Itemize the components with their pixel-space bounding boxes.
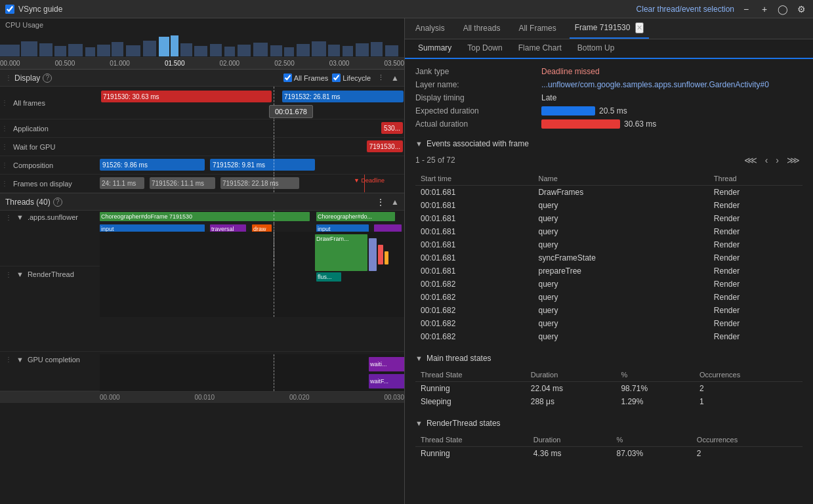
events-toggle[interactable]: ▼ [415, 140, 423, 148]
help-icon[interactable]: ? [43, 74, 52, 83]
render-states-title: RenderThread states [427, 419, 501, 428]
state-name: Running [415, 382, 526, 396]
tab-analysis[interactable]: Analysis [410, 20, 450, 38]
analysis-tabs: Analysis All threads All Frames Frame 71… [405, 18, 813, 39]
minimize-icon[interactable]: − [740, 3, 753, 16]
subtab-summary[interactable]: Summary [410, 39, 459, 59]
event-row[interactable]: 00:01.682queryRender [415, 317, 803, 330]
jank-type-value: Deadline missed [541, 67, 803, 76]
threads-help-icon[interactable]: ? [53, 198, 62, 207]
lifecycle-checkbox[interactable] [332, 74, 341, 82]
event-start: 00:01.682 [415, 330, 533, 343]
last-page-button[interactable]: ⋙ [784, 154, 803, 167]
cpu-chart [0, 30, 404, 56]
event-row[interactable]: 00:01.682queryRender [415, 291, 803, 304]
frame-bar-red[interactable]: 7191530: 30.63 ms [101, 91, 272, 102]
expected-duration-value: 20.5 ms [599, 106, 627, 116]
main-col-duration: Duration [526, 368, 616, 382]
chore-bar-2[interactable]: Choreographer#do... [316, 212, 395, 221]
sunflower-content[interactable]: Choreographer#doFrame 7191530 Choreograp… [100, 211, 404, 224]
event-row[interactable]: 00:01.681DrawFramesRender [415, 186, 803, 200]
tab-all-threads[interactable]: All threads [458, 20, 506, 38]
svg-rect-6 [97, 45, 110, 56]
actual-duration-value: 30.63 ms [624, 119, 656, 129]
event-row[interactable]: 00:01.682queryRender [415, 278, 803, 291]
collapse-threads-button[interactable]: ▲ [391, 196, 399, 209]
app-bar[interactable]: 530... [381, 122, 403, 134]
threads-menu-button[interactable]: ⋮ [374, 196, 387, 209]
event-row[interactable]: 00:01.681queryRender [415, 212, 803, 225]
main-states-toggle[interactable]: ▼ [415, 354, 423, 362]
ruler-bottom-1: 00.010 [194, 394, 215, 401]
gpu-label[interactable]: ⋮ ▼ GPU completion [0, 354, 100, 364]
drag-handle-sf: ⋮ [5, 214, 12, 221]
frame-bar-blue[interactable]: 7191532: 26.81 ms [282, 91, 404, 102]
lifecycle-text: Lifecycle [343, 74, 371, 82]
lifecycle-menu-button[interactable]: ⋮ [375, 74, 387, 82]
render-thread-states: ▼ RenderThread states Thread State Durat… [415, 419, 803, 460]
svg-rect-0 [0, 45, 20, 56]
sub-tabs: Summary Top Down Flame Chart Bottom Up [405, 39, 813, 59]
circle-icon[interactable]: ◯ [776, 3, 789, 16]
event-row[interactable]: 00:01.681queryRender [415, 199, 803, 212]
tab-close-button[interactable]: ✕ [635, 22, 644, 33]
comp-bar-2[interactable]: 7191528: 9.81 ms [210, 159, 315, 171]
tab-all-frames[interactable]: All Frames [513, 20, 561, 38]
subtab-bottomup[interactable]: Bottom Up [570, 39, 623, 59]
vsync-checkbox[interactable] [5, 5, 14, 14]
drag-handle[interactable]: ⋮ [5, 74, 12, 81]
waiti-bar[interactable]: waiti... [369, 357, 404, 371]
prev-page-button[interactable]: ‹ [762, 154, 771, 167]
waitf-bar[interactable]: waitF... [369, 374, 404, 388]
all-frames-checkbox[interactable] [283, 74, 292, 82]
collapse-display-button[interactable]: ▲ [391, 74, 399, 83]
threads-section: Threads (40) ? ⋮ ▲ ⋮ ▼ .apps.sunflower [0, 194, 404, 504]
gpu-content[interactable]: waiti... waitF... [100, 354, 404, 391]
frames-display-content[interactable]: 24: 11.1 ms 7191526: 11.1 ms 7191528: 22… [100, 175, 404, 192]
state-duration: 22.04 ms [526, 382, 616, 396]
composition-content[interactable]: 91526: 9.86 ms 7191528: 9.81 ms [100, 156, 404, 174]
frames-display-label: ⋮ Frames on display [0, 180, 100, 188]
expected-duration-label: Expected duration [415, 106, 533, 116]
clear-selection-button[interactable]: Clear thread/event selection [636, 5, 734, 14]
event-row[interactable]: 00:01.681queryRender [415, 238, 803, 251]
wait-gpu-bar[interactable]: 7191530... [367, 140, 403, 152]
ruler-bottom-2: 00.020 [289, 394, 310, 401]
tab-frame[interactable]: Frame 7191530 ✕ [570, 18, 649, 39]
event-row[interactable]: 00:01.681prepareTreeRender [415, 264, 803, 278]
ruler-bottom-3: 00.030 [384, 394, 404, 401]
event-row[interactable]: 00:01.682queryRender [415, 304, 803, 317]
colored-bar-2[interactable] [378, 245, 383, 264]
ruler-bottom-0: 00.000 [100, 394, 120, 401]
event-row[interactable]: 00:01.682queryRender [415, 330, 803, 343]
all-frames-content[interactable]: 7191530: 30.63 ms 7191532: 26.81 ms 00:0… [100, 87, 404, 119]
fd-bar-2[interactable]: 7191526: 11.1 ms [150, 177, 215, 189]
add-icon[interactable]: + [758, 3, 771, 16]
render-state-duration: 4.36 ms [528, 447, 612, 461]
chore-bar-1[interactable]: Choreographer#doFrame 7191530 [100, 212, 310, 221]
render-states-toggle[interactable]: ▼ [415, 419, 423, 427]
drawframe-bar[interactable]: DrawFram... [315, 234, 367, 271]
render-content[interactable]: DrawFram... flus... [100, 232, 404, 317]
main-state-row: Running22.04 ms98.71%2 [415, 382, 803, 396]
fd-bar-1[interactable]: 24: 11.1 ms [100, 177, 144, 189]
colored-bar-3[interactable] [385, 251, 388, 264]
row-handle-comp: ⋮ [0, 156, 9, 174]
colored-bar-1[interactable] [369, 238, 377, 271]
wait-gpu-content[interactable]: 7191530... [100, 138, 404, 156]
flush-bar[interactable]: flus... [316, 272, 341, 282]
render-label[interactable]: ⋮ ▼ RenderThread [0, 270, 100, 278]
first-page-button[interactable]: ⋘ [741, 154, 760, 167]
application-content[interactable]: 530... [100, 119, 404, 137]
event-row[interactable]: 00:01.681syncFrameStateRender [415, 251, 803, 264]
sunflower-label[interactable]: ⋮ ▼ .apps.sunflower [0, 213, 100, 221]
subtab-topdown[interactable]: Top Down [459, 39, 510, 59]
event-row[interactable]: 00:01.681queryRender [415, 225, 803, 238]
next-page-button[interactable]: › [773, 154, 782, 167]
settings-icon[interactable]: ⚙ [795, 3, 808, 16]
comp-bar-1[interactable]: 91526: 9.86 ms [100, 159, 205, 171]
row-handle-gpu: ⋮ [0, 138, 9, 156]
subtab-flamechart[interactable]: Flame Chart [511, 39, 570, 59]
fd-bar-3[interactable]: 7191528: 22.18 ms [220, 177, 299, 189]
event-thread: Render [709, 212, 803, 225]
